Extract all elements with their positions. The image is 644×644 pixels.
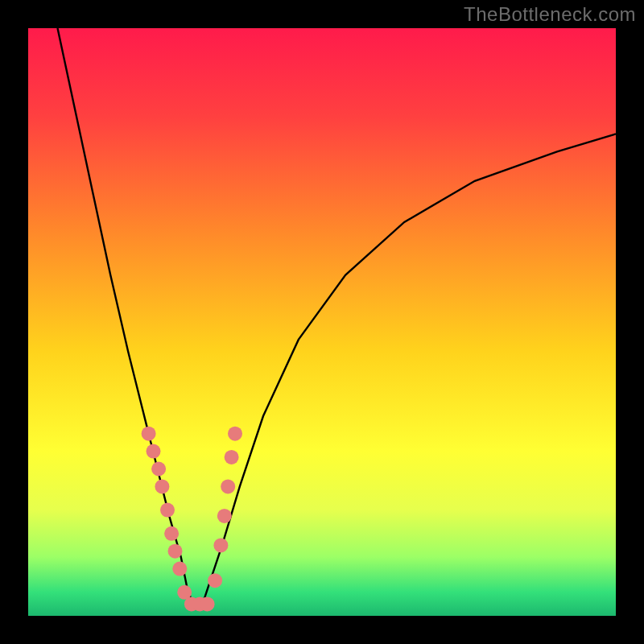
highlight-dot xyxy=(147,444,161,459)
highlight-dot xyxy=(151,462,166,477)
highlight-dot xyxy=(208,573,222,588)
plot-background xyxy=(28,28,616,616)
highlight-dot xyxy=(221,479,235,493)
highlight-dot xyxy=(168,544,183,559)
highlight-dot xyxy=(213,538,228,552)
highlight-dot xyxy=(172,562,187,576)
chart-stage: TheBottleneck.com xyxy=(0,0,644,644)
watermark-text: TheBottleneck.com xyxy=(464,3,636,26)
highlight-dot xyxy=(155,479,169,493)
highlight-dot xyxy=(142,427,156,441)
highlight-dot xyxy=(225,450,239,464)
highlight-dot xyxy=(200,597,215,611)
highlight-dot xyxy=(228,427,242,441)
highlight-dot xyxy=(160,503,175,518)
highlight-dot xyxy=(217,509,232,523)
chart-svg xyxy=(0,0,644,644)
highlight-dot xyxy=(164,526,179,541)
